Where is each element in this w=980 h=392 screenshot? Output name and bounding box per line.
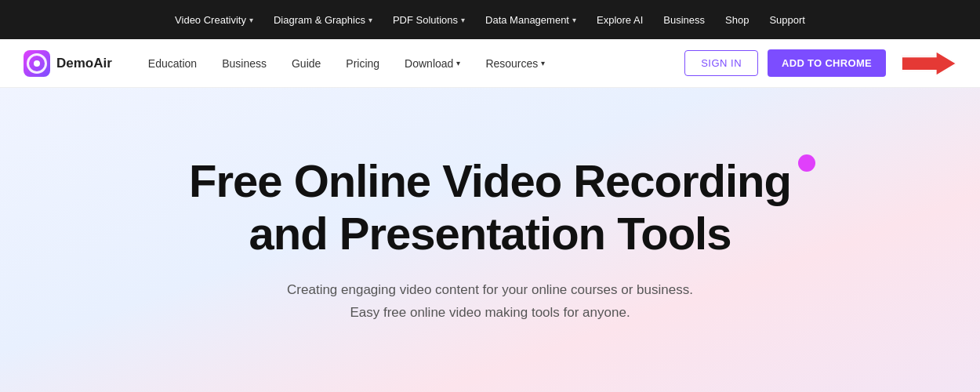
sec-nav-item-guide[interactable]: Guide <box>279 51 333 76</box>
sec-nav-item-education[interactable]: Education <box>136 51 209 76</box>
top-nav-item-video-creativity[interactable]: Video Creativity ▾ <box>167 9 261 31</box>
sec-nav-item-business[interactable]: Business <box>209 51 279 76</box>
secondary-nav: DemoAir Education Business Guide Pricing… <box>0 39 980 88</box>
add-to-chrome-button[interactable]: ADD TO CHROME <box>768 49 886 77</box>
chevron-down-icon: ▾ <box>541 59 545 67</box>
hero-section: Free Online Video Recording and Presenta… <box>0 88 980 392</box>
chevron-down-icon: ▾ <box>461 16 465 24</box>
top-nav-item-diagram-graphics[interactable]: Diagram & Graphics ▾ <box>266 9 380 31</box>
hero-dot-decoration <box>798 154 815 172</box>
sec-nav-actions: SIGN IN ADD TO CHROME <box>684 48 956 79</box>
chevron-down-icon: ▾ <box>456 59 460 67</box>
hero-subtitle: Creating engaging video content for your… <box>287 279 693 325</box>
chevron-down-icon: ▾ <box>368 16 372 24</box>
arrow-annotation <box>902 48 956 79</box>
top-nav-item-pdf-solutions[interactable]: PDF Solutions ▾ <box>385 9 473 31</box>
top-nav: Video Creativity ▾ Diagram & Graphics ▾ … <box>0 0 980 39</box>
chevron-down-icon: ▾ <box>249 16 253 24</box>
top-nav-item-explore-ai[interactable]: Explore AI <box>589 9 651 31</box>
hero-title: Free Online Video Recording and Presenta… <box>189 155 791 260</box>
top-nav-item-support[interactable]: Support <box>761 9 813 31</box>
logo-text: DemoAir <box>56 56 112 71</box>
top-nav-item-data-management[interactable]: Data Management ▾ <box>477 9 584 31</box>
svg-marker-0 <box>902 51 956 76</box>
sec-nav-item-resources[interactable]: Resources ▾ <box>473 51 557 76</box>
sign-in-button[interactable]: SIGN IN <box>684 50 758 76</box>
sec-nav-links: Education Business Guide Pricing Downloa… <box>136 51 684 76</box>
logo-area[interactable]: DemoAir <box>24 50 112 77</box>
chevron-down-icon: ▾ <box>572 16 576 24</box>
arrow-icon <box>902 48 956 79</box>
top-nav-item-business[interactable]: Business <box>655 9 713 31</box>
top-nav-item-shop[interactable]: Shop <box>717 9 757 31</box>
sec-nav-item-pricing[interactable]: Pricing <box>333 51 392 76</box>
sec-nav-item-download[interactable]: Download ▾ <box>392 51 473 76</box>
logo-icon <box>24 50 50 77</box>
